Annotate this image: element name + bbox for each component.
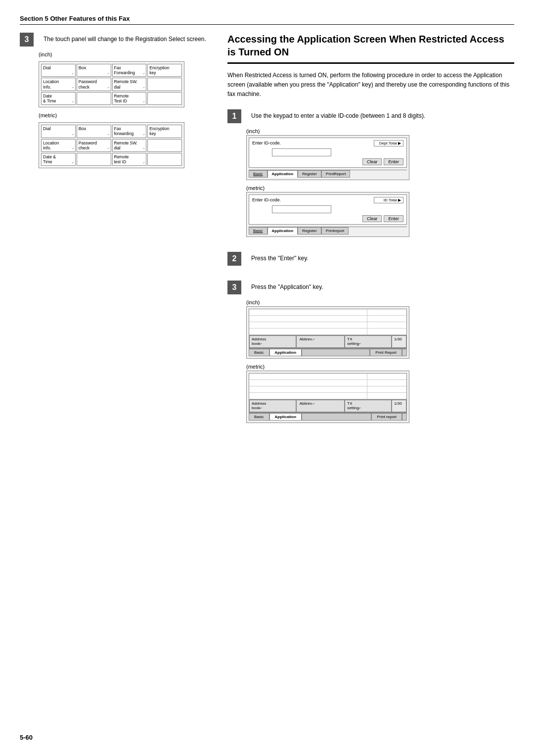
right-intro: When Restricted Access is turned ON, per… — [227, 71, 514, 99]
step3-tab-end-inch — [402, 349, 407, 356]
reg-cell-dial-inch: Dial⌐ — [41, 64, 76, 77]
step1-id-row1-inch: Enter ID-code. Dept Total ▶ — [252, 140, 403, 146]
step1-dept-total-inch: Dept Total ▶ — [374, 140, 403, 146]
reg-cell-empty2-metric — [77, 153, 111, 166]
left-step3-badge: 3 — [20, 33, 34, 47]
step1-tab-register-metric[interactable]: Register — [298, 227, 321, 235]
reg-cell-password-metric: Passwordcheck⌐ — [77, 139, 111, 152]
step1-tabs-metric: Basic Application Register Printreport — [249, 227, 407, 235]
step3-abbrev-btn-inch[interactable]: Abbrev.⌐ — [296, 335, 345, 348]
step3-pagenum-metric: 1/30 — [392, 400, 406, 412]
section-header: Section 5 Other Features of this Fax — [20, 15, 514, 25]
step3-tabs-metric: Basic Application Print report — [249, 413, 407, 421]
step3-app-panel-inch: Addressbook⌐ Abbrev.⌐ TXsetting⌐ 1/30 Ba… — [246, 306, 409, 359]
page-footer: 5-60 — [20, 734, 33, 741]
reg-cell-enckey-inch: Encryptionkey — [147, 64, 182, 77]
step1-badge: 1 — [227, 109, 241, 123]
reg-cell-empty3-metric — [147, 153, 182, 166]
app-row3-col2 — [367, 322, 407, 328]
right-column: Accessing the Application Screen When Re… — [227, 33, 514, 438]
reg-cell-datetime-metric: Date &Time⌐ — [41, 153, 76, 166]
reg-panel-metric: Dial⌐ Box⌐ Faxforwarding⌐ Encryptionkey … — [39, 122, 184, 168]
step3-pagenum-inch: 1/30 — [392, 335, 406, 348]
step3-block: 3 Press the "Application" key. (inch) — [227, 281, 514, 423]
step1-id-input-inch[interactable] — [272, 148, 331, 156]
step1-id-label-inch: Enter ID-code. — [252, 141, 281, 145]
step1-tab-printreport-inch[interactable]: PrintReport — [321, 170, 350, 178]
reg-cell-remotetestid-metric: Remotetest ID⌐ — [112, 153, 147, 166]
step1-tabs-inch: Basic Application Register PrintReport — [249, 170, 407, 178]
step3-tab-printreport-inch[interactable]: Print Report — [370, 349, 402, 356]
step1-id-buttons-metric: Clear Enter — [252, 215, 403, 222]
reg-cell-empty1-inch — [147, 78, 182, 91]
step1-tab-basic-metric[interactable]: Basic — [249, 227, 267, 235]
app-row1-col1 — [249, 309, 367, 315]
step2-block: 2 Press the "Enter" key. — [227, 252, 514, 266]
app-row4m-col2 — [367, 393, 407, 399]
step1-id-buttons-inch: Clear Enter — [252, 158, 403, 165]
step3-tab-spacer-metric — [302, 413, 371, 421]
step3-metric-label: (metric) — [246, 364, 514, 370]
step3-tab-spacer-inch — [302, 349, 370, 356]
app-row3-col1 — [249, 322, 367, 328]
reg-cell-remotetestid-inch: RemoteTest ID⌐ — [112, 92, 147, 105]
step1-id-total-metric: ID Total ▶ — [374, 197, 403, 203]
step3-addr-btn-metric[interactable]: Addressbook⌐ — [249, 400, 296, 412]
reg-cell-location-metric: LocationInfo.⌐ — [41, 139, 76, 152]
step3-abbrev-btn-metric[interactable]: Abbrev.⌐ — [296, 400, 345, 412]
step1-id-label-metric: Enter ID-code. — [252, 197, 281, 202]
step3-tab-basic-metric[interactable]: Basic — [249, 413, 269, 421]
step1-tab-application-inch[interactable]: Application — [267, 170, 298, 178]
app-row4-col2 — [367, 329, 407, 334]
step1-enter-btn-metric[interactable]: Enter — [384, 215, 403, 222]
step3-text: Press the "Application" key. — [251, 281, 323, 291]
inch-label-left: (inch) — [39, 51, 208, 57]
step1-block: 1 Use the keypad to enter a viable ID-co… — [227, 109, 514, 237]
step3-tab-application-metric[interactable]: Application — [269, 413, 302, 421]
step3-app-panel-metric: Addressbook⌐ Abbrev.⌐ TXsetting⌐ 1/30 Ba… — [246, 371, 409, 423]
reg-cell-location-inch: LocationInfo.⌐ — [41, 78, 76, 91]
step1-metric-label: (metric) — [246, 185, 514, 191]
step1-clear-btn-inch[interactable]: Clear — [362, 158, 382, 165]
left-step3-block: 3 The touch panel will change to the Reg… — [20, 33, 208, 168]
step3-addr-btn-inch[interactable]: Addressbook⌐ — [249, 335, 296, 348]
step1-id-panel-metric: Enter ID-code. ID Total ▶ Clear Enter Ba… — [246, 192, 409, 237]
app-row2-col2 — [367, 316, 407, 322]
step3-tx-btn-metric[interactable]: TXsetting⌐ — [345, 400, 392, 412]
reg-cell-enckey-metric: Encryptionkey — [147, 125, 182, 138]
step3-tab-application-inch[interactable]: Application — [269, 349, 302, 356]
app-row4m-col1 — [249, 393, 367, 399]
reg-cell-box-inch: Box⌐ — [77, 64, 111, 77]
reg-cell-remotesw-metric: Remote SW.dial⌐ — [112, 139, 147, 152]
app-row4-col1 — [249, 329, 367, 334]
step1-id-panel-inch: Enter ID-code. Dept Total ▶ Clear Enter … — [246, 135, 409, 180]
page: Section 5 Other Features of this Fax 3 T… — [0, 0, 534, 756]
left-column: 3 The touch panel will change to the Reg… — [20, 33, 208, 438]
step1-tab-printreport-metric[interactable]: Printreport — [321, 227, 349, 235]
reg-cell-empty3-inch — [147, 92, 182, 105]
reg-cell-faxfwd-metric: Faxforwarding⌐ — [112, 125, 147, 138]
reg-cell-password-inch: Passwordcheck⌐ — [77, 78, 111, 91]
step1-id-inner-inch: Enter ID-code. Dept Total ▶ Clear Enter — [249, 138, 407, 168]
reg-panel-inch: Dial⌐ Box⌐ FaxForwarding⌐ Encryptionkey … — [39, 61, 184, 107]
step3-tabs-inch: Basic Application Print Report — [249, 348, 407, 356]
step3-app-bottom-inch: Addressbook⌐ Abbrev.⌐ TXsetting⌐ 1/30 — [249, 335, 406, 348]
app-row2-col1 — [249, 316, 367, 322]
step1-clear-btn-metric[interactable]: Clear — [362, 215, 382, 222]
step1-tab-basic-inch[interactable]: Basic — [249, 170, 267, 178]
step1-enter-btn-inch[interactable]: Enter — [384, 158, 403, 165]
step1-tab-application-metric[interactable]: Application — [267, 227, 298, 235]
reg-grid-metric: Dial⌐ Box⌐ Faxforwarding⌐ Encryptionkey … — [41, 125, 182, 166]
step3-tab-basic-inch[interactable]: Basic — [249, 349, 269, 356]
step1-id-row1-metric: Enter ID-code. ID Total ▶ — [252, 197, 403, 203]
step1-inch-label: (inch) — [246, 128, 514, 134]
app-row1m-col1 — [249, 374, 367, 379]
app-row2m-col2 — [367, 380, 407, 386]
step3-tx-btn-inch[interactable]: TXsetting⌐ — [345, 335, 392, 348]
step2-text: Press the "Enter" key. — [251, 252, 309, 263]
step1-tab-register-inch[interactable]: Register — [298, 170, 321, 178]
step3-tab-printreport-metric[interactable]: Print report — [371, 413, 402, 421]
reg-cell-box-metric: Box⌐ — [77, 125, 111, 138]
step1-id-input-metric[interactable] — [272, 205, 331, 213]
step3-tab-end-metric — [402, 413, 407, 421]
